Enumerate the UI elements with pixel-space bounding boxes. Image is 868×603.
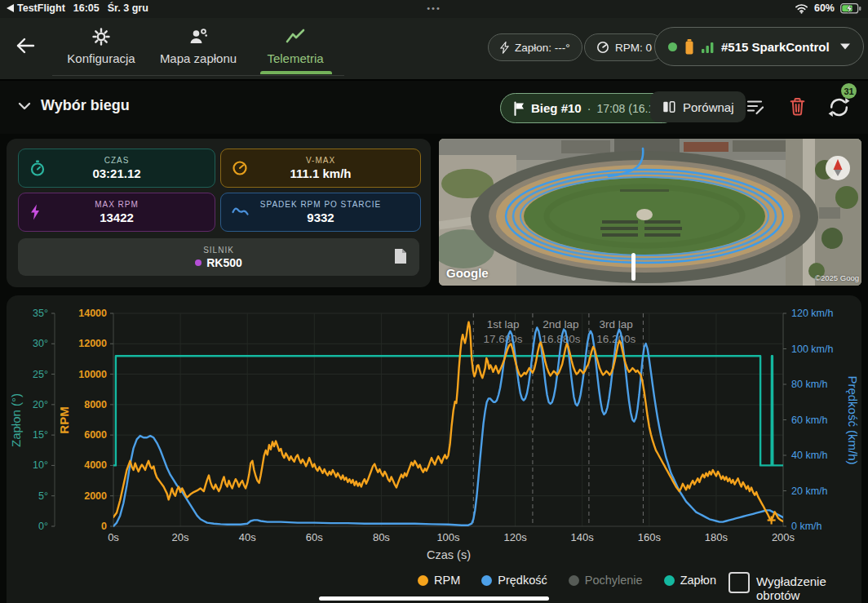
legend-label: Zapłon bbox=[680, 574, 716, 587]
rpm-drop-icon bbox=[232, 206, 250, 219]
stat-value: 03:21.12 bbox=[92, 166, 140, 180]
svg-text:60s: 60s bbox=[306, 531, 323, 543]
telemetry-chart-card: 0°5°10°15°20°25°30°35°020004000600080001… bbox=[7, 295, 861, 603]
legend-label: Pochylenie bbox=[585, 574, 643, 587]
stat-label: SPADEK RPM PO STARCIE bbox=[260, 200, 381, 209]
note-icon[interactable] bbox=[393, 248, 408, 264]
delete-icon[interactable] bbox=[789, 97, 806, 116]
svg-text:5°: 5° bbox=[38, 490, 48, 502]
stat-tile-spadek: SPADEK RPM PO STARCIE 9332 bbox=[220, 193, 421, 232]
svg-text:100s: 100s bbox=[436, 531, 460, 543]
svg-text:12000: 12000 bbox=[78, 338, 107, 349]
rpm-status-label: RPM: 0 bbox=[615, 42, 652, 54]
stat-tile-maxrpm: MAX RPM 13422 bbox=[18, 193, 215, 232]
engine-tile: SILNIK RK500 bbox=[18, 238, 419, 276]
telemetry-chart-icon bbox=[286, 28, 305, 46]
gear-icon bbox=[92, 28, 110, 46]
status-bar: TestFlight 16:05 Śr. 3 gru ••• 60% bbox=[0, 0, 868, 18]
tab-telemetria-label: Telemetria bbox=[267, 51, 323, 65]
svg-text:4000: 4000 bbox=[84, 459, 107, 471]
tab-mapa-zaplonu-label: Mapa zapłonu bbox=[160, 51, 237, 65]
legend-dot-icon bbox=[664, 575, 675, 586]
svg-text:35°: 35° bbox=[33, 308, 48, 319]
legend-item-prędkość[interactable]: Prędkość bbox=[481, 574, 547, 587]
engine-dot-icon bbox=[195, 259, 202, 266]
home-indicator[interactable] bbox=[319, 596, 549, 601]
svg-text:1st lap: 1st lap bbox=[487, 318, 520, 330]
svg-text:14000: 14000 bbox=[78, 308, 107, 319]
tab-bar-divider bbox=[52, 75, 344, 76]
legend-label: RPM bbox=[434, 574, 460, 587]
multitask-dots[interactable]: ••• bbox=[0, 3, 868, 13]
svg-text:15°: 15° bbox=[33, 429, 48, 441]
svg-text:180s: 180s bbox=[705, 531, 728, 543]
battery-charging-icon bbox=[840, 3, 861, 14]
compare-label: Porównaj bbox=[683, 100, 734, 114]
gauge-icon bbox=[596, 41, 609, 54]
stat-label: MAX RPM bbox=[95, 200, 139, 209]
flag-icon bbox=[513, 101, 525, 116]
svg-text:10000: 10000 bbox=[78, 369, 107, 380]
tab-konfiguracja[interactable]: Konfiguracja bbox=[51, 28, 152, 65]
svg-text:10°: 10° bbox=[33, 459, 48, 471]
bolt-icon bbox=[29, 204, 41, 220]
ignition-status-pill[interactable]: Zapłon: ---° bbox=[488, 33, 582, 61]
legend-label: Prędkość bbox=[498, 574, 547, 587]
map-copyright: ©2025 Goog bbox=[815, 273, 859, 282]
stat-value: 9332 bbox=[307, 211, 334, 224]
chevron-down-icon bbox=[840, 43, 850, 50]
svg-text:120s: 120s bbox=[503, 531, 527, 543]
sync-icon[interactable] bbox=[827, 95, 851, 119]
legend-item-rpm[interactable]: RPM bbox=[418, 574, 460, 587]
svg-text:8000: 8000 bbox=[84, 399, 107, 410]
nav-bar: Konfiguracja Mapa zapłonu Telemetria Zap… bbox=[0, 18, 868, 79]
svg-text:60 km/h: 60 km/h bbox=[791, 415, 828, 426]
chart-legend: RPMPrędkośćPochylenieZapłon bbox=[7, 574, 716, 587]
stopwatch-icon bbox=[29, 160, 46, 176]
battery-percent: 60% bbox=[814, 2, 835, 14]
engine-value: RK500 bbox=[206, 256, 242, 269]
edit-note-icon[interactable] bbox=[746, 98, 764, 116]
x-axis-title: Czas (s) bbox=[7, 548, 868, 561]
ignition-status-label: Zapłon: ---° bbox=[515, 42, 570, 54]
rpm-status-pill[interactable]: RPM: 0 bbox=[584, 33, 664, 61]
speedometer-icon bbox=[232, 160, 248, 176]
svg-text:20s: 20s bbox=[172, 531, 189, 543]
compare-icon bbox=[662, 100, 676, 114]
sync-count-badge: 31 bbox=[841, 83, 857, 99]
section-chevron-icon[interactable] bbox=[18, 102, 31, 110]
connection-dot-icon bbox=[668, 42, 677, 51]
svg-text:40 km/h: 40 km/h bbox=[791, 450, 828, 461]
svg-text:0: 0 bbox=[101, 521, 107, 532]
tab-mapa-zaplonu[interactable]: Mapa zapłonu bbox=[148, 28, 249, 65]
svg-text:80s: 80s bbox=[373, 531, 390, 543]
svg-text:2000: 2000 bbox=[84, 490, 107, 502]
stat-tile-czas: CZAS 03:21.12 bbox=[18, 149, 215, 188]
wifi-icon bbox=[795, 3, 808, 14]
svg-text:6000: 6000 bbox=[84, 429, 107, 441]
satellite-map-image bbox=[439, 139, 861, 286]
device-selector[interactable]: #515 SparkControl bbox=[654, 27, 864, 66]
stat-label: V-MAX bbox=[306, 156, 335, 165]
legend-dot-icon bbox=[418, 575, 428, 586]
ignition-map-icon bbox=[188, 28, 208, 46]
stat-value: 111.1 km/h bbox=[290, 166, 351, 180]
legend-item-zapłon[interactable]: Zapłon bbox=[664, 574, 716, 587]
run-stats-card: CZAS 03:21.12 V-MAX 111.1 km/h MAX RPM 1… bbox=[7, 139, 431, 287]
run-selection-bar: Wybór biegu Bieg #10 · 17:08 (16.10) Por… bbox=[0, 79, 868, 134]
svg-text:200s: 200s bbox=[772, 531, 795, 543]
svg-text:0°: 0° bbox=[38, 521, 48, 532]
run-name: Bieg #10 bbox=[531, 101, 582, 115]
smoothing-checkbox[interactable] bbox=[728, 572, 750, 593]
back-icon[interactable] bbox=[15, 36, 36, 55]
stat-tile-vmax: V-MAX 111.1 km/h bbox=[220, 149, 421, 188]
svg-text:RPM: RPM bbox=[57, 406, 71, 433]
track-map[interactable]: Google ©2025 Goog bbox=[439, 139, 861, 286]
svg-text:Prędkość (km/h): Prędkość (km/h) bbox=[846, 375, 860, 464]
smoothing-label: Wygładzenie obrotów bbox=[756, 574, 861, 602]
svg-text:Zapłon (°): Zapłon (°) bbox=[9, 393, 23, 447]
compare-button[interactable]: Porównaj bbox=[650, 91, 746, 122]
legend-item-pochylenie[interactable]: Pochylenie bbox=[569, 574, 643, 587]
tab-telemetria[interactable]: Telemetria bbox=[245, 28, 346, 65]
svg-text:3rd lap: 3rd lap bbox=[600, 318, 633, 330]
